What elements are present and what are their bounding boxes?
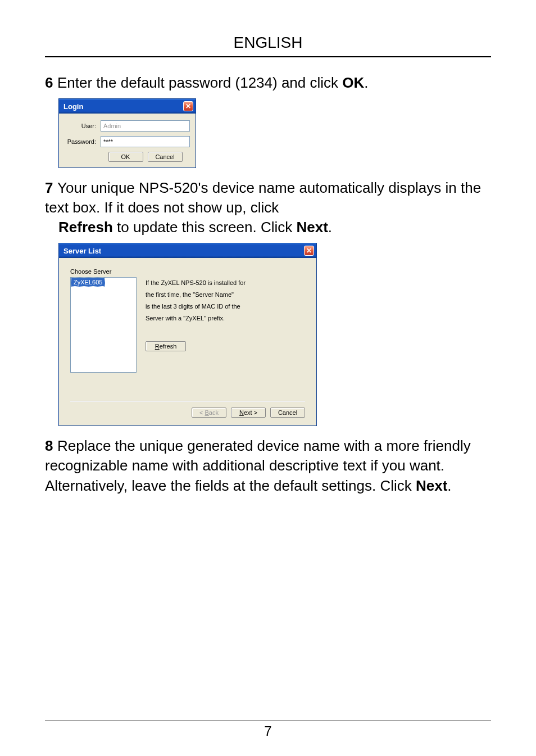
login-body: User: Password: OK Cancel	[59, 114, 196, 168]
serverlist-dialog: Server List ✕ Choose Server ZyXEL605 If …	[58, 243, 317, 426]
login-titlebar: Login ✕	[59, 99, 196, 114]
next-mnemonic: N	[239, 409, 244, 416]
step-6-ok: OK	[342, 74, 364, 91]
step-8-text-a: Replace the unique generated device name…	[45, 437, 471, 494]
close-icon[interactable]: ✕	[304, 246, 314, 256]
serverlist-title: Server List	[63, 247, 101, 255]
desc-line2: the first time, the "Server Name"	[146, 289, 305, 301]
back-button: < Back	[192, 408, 226, 418]
serverlist-body: Choose Server ZyXEL605 If the ZyXEL NPS-…	[59, 258, 316, 402]
step-7-next: Next	[296, 219, 328, 236]
serverlist-content: ZyXEL605 If the ZyXEL NPS-520 is install…	[70, 277, 305, 373]
step-num: 7	[45, 178, 57, 198]
close-icon[interactable]: ✕	[183, 101, 193, 111]
ok-button[interactable]: OK	[108, 152, 143, 162]
refresh-mnemonic: R	[155, 343, 160, 350]
password-input[interactable]	[101, 136, 190, 147]
back-lt: <	[199, 409, 205, 416]
refresh-rest: efresh	[160, 343, 177, 350]
user-input[interactable]	[101, 120, 190, 132]
choose-server-label: Choose Server	[70, 268, 305, 275]
login-title: Login	[63, 102, 83, 111]
next-rest: ext >	[244, 409, 257, 416]
step-8-text-b: .	[447, 477, 451, 494]
step-7-text-b: to update this screen. Click	[113, 219, 297, 236]
step-6-text-a: Enter the default password (1234) and cl…	[57, 74, 342, 91]
desc-line3: is the last 3 digits of MAC ID of the	[146, 301, 305, 313]
header-rule	[45, 56, 491, 57]
login-password-row: Password:	[65, 136, 190, 147]
user-label: User:	[65, 123, 101, 129]
server-listbox[interactable]: ZyXEL605	[70, 277, 137, 373]
page-number: 7	[0, 723, 536, 739]
refresh-button[interactable]: Refresh	[146, 341, 186, 351]
server-item[interactable]: ZyXEL605	[71, 278, 105, 287]
step-num: 6	[45, 73, 57, 93]
step-7-refresh: Refresh	[58, 219, 113, 236]
desc-line4: Server with a "ZyXEL" prefix.	[146, 313, 305, 324]
step-7-text: 7Your unique NPS-520's device name autom…	[45, 178, 491, 237]
step-8: 8Replace the unique generated device nam…	[45, 436, 491, 495]
step-7-text-a: Your unique NPS-520's device name automa…	[45, 179, 481, 216]
desc-line1: If the ZyXEL NPS-520 is installed for	[146, 277, 305, 289]
step-6: 6Enter the default password (1234) and c…	[45, 73, 491, 168]
step-7: 7Your unique NPS-520's device name autom…	[45, 178, 491, 426]
cancel-button[interactable]: Cancel	[270, 408, 305, 418]
step-8-next: Next	[416, 477, 447, 494]
serverlist-desc: If the ZyXEL NPS-520 is installed for th…	[146, 277, 305, 324]
next-button[interactable]: Next >	[231, 408, 266, 418]
serverlist-footer: < Back Next > Cancel	[59, 402, 316, 425]
serverlist-titlebar: Server List ✕	[59, 243, 316, 258]
login-dialog: Login ✕ User: Password: OK Cancel	[58, 98, 196, 168]
password-label: Password:	[65, 138, 101, 145]
step-num: 8	[45, 436, 57, 456]
step-6-text: 6Enter the default password (1234) and c…	[45, 73, 491, 93]
step-7-text-c: .	[328, 219, 332, 236]
step-6-text-b: .	[364, 74, 368, 91]
cancel-button[interactable]: Cancel	[148, 152, 183, 162]
back-rest: ack	[209, 409, 219, 416]
back-mnemonic: B	[205, 409, 209, 416]
serverlist-right: If the ZyXEL NPS-520 is installed for th…	[146, 277, 305, 351]
login-user-row: User:	[65, 120, 190, 132]
page-header: ENGLISH	[45, 34, 491, 56]
footer-rule	[45, 721, 491, 721]
step-8-text: 8Replace the unique generated device nam…	[45, 436, 491, 495]
login-buttons: OK Cancel	[101, 152, 190, 162]
